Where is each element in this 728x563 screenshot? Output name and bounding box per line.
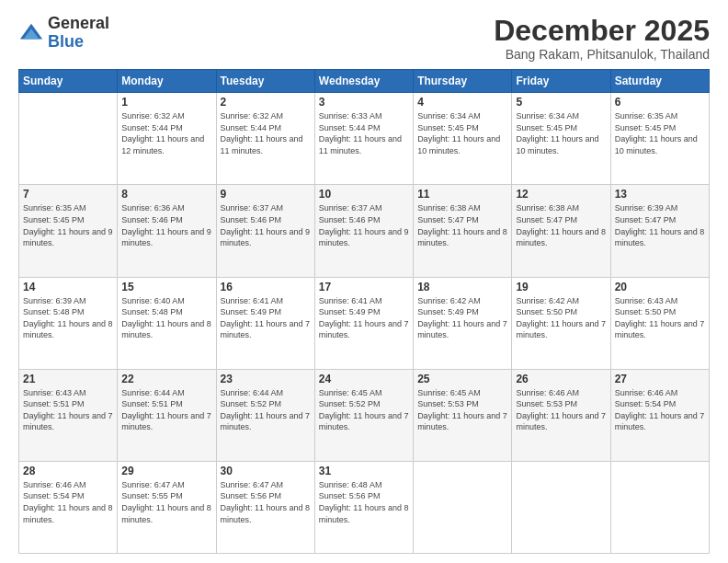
weekday-header-row: SundayMondayTuesdayWednesdayThursdayFrid… (19, 70, 710, 93)
day-number: 25 (417, 373, 507, 385)
day-info: Sunrise: 6:42 AMSunset: 5:50 PMDaylight:… (516, 295, 606, 341)
day-info: Sunrise: 6:43 AMSunset: 5:50 PMDaylight:… (615, 295, 705, 341)
day-info: Sunrise: 6:41 AMSunset: 5:49 PMDaylight:… (221, 295, 311, 341)
day-number: 14 (23, 281, 113, 293)
day-info: Sunrise: 6:32 AMSunset: 5:44 PMDaylight:… (121, 110, 211, 156)
calendar-week-3: 21Sunrise: 6:43 AMSunset: 5:51 PMDayligh… (19, 369, 710, 461)
day-number: 29 (121, 465, 211, 477)
day-number: 6 (615, 96, 705, 109)
day-info: Sunrise: 6:38 AMSunset: 5:47 PMDaylight:… (516, 202, 606, 248)
calendar-table: SundayMondayTuesdayWednesdayThursdayFrid… (18, 69, 710, 554)
day-info: Sunrise: 6:42 AMSunset: 5:49 PMDaylight:… (417, 295, 507, 341)
calendar-cell (610, 461, 709, 553)
day-number: 11 (417, 188, 507, 201)
day-number: 2 (221, 96, 311, 109)
day-info: Sunrise: 6:33 AMSunset: 5:44 PMDaylight:… (319, 110, 409, 156)
day-info: Sunrise: 6:39 AMSunset: 5:48 PMDaylight:… (23, 295, 113, 341)
day-info: Sunrise: 6:34 AMSunset: 5:45 PMDaylight:… (417, 110, 507, 156)
day-number: 10 (319, 188, 409, 201)
calendar-cell: 8Sunrise: 6:36 AMSunset: 5:46 PMDaylight… (118, 185, 216, 277)
day-number: 1 (121, 96, 211, 109)
calendar-cell: 7Sunrise: 6:35 AMSunset: 5:45 PMDaylight… (19, 185, 118, 277)
day-number: 13 (615, 188, 705, 201)
day-number: 30 (221, 465, 311, 477)
logo-icon (18, 20, 44, 46)
calendar-cell: 21Sunrise: 6:43 AMSunset: 5:51 PMDayligh… (19, 369, 118, 461)
day-number: 15 (121, 281, 211, 293)
weekday-header-sunday: Sunday (19, 70, 118, 93)
day-number: 24 (319, 373, 409, 385)
day-number: 31 (319, 465, 409, 477)
weekday-header-monday: Monday (118, 70, 216, 93)
day-info: Sunrise: 6:45 AMSunset: 5:52 PMDaylight:… (319, 387, 409, 433)
calendar-header: SundayMondayTuesdayWednesdayThursdayFrid… (19, 70, 710, 93)
day-number: 5 (516, 96, 606, 109)
calendar-page: General Blue December 2025 Bang Rakam, P… (0, 0, 728, 563)
calendar-cell: 22Sunrise: 6:44 AMSunset: 5:51 PMDayligh… (118, 369, 216, 461)
title-block: December 2025 Bang Rakam, Phitsanulok, T… (494, 15, 710, 62)
day-info: Sunrise: 6:40 AMSunset: 5:48 PMDaylight:… (121, 295, 211, 341)
weekday-header-thursday: Thursday (414, 70, 512, 93)
calendar-cell: 28Sunrise: 6:46 AMSunset: 5:54 PMDayligh… (19, 461, 118, 553)
day-info: Sunrise: 6:47 AMSunset: 5:56 PMDaylight:… (221, 479, 311, 525)
day-number: 4 (417, 96, 507, 109)
day-info: Sunrise: 6:37 AMSunset: 5:46 PMDaylight:… (221, 202, 311, 248)
calendar-week-4: 28Sunrise: 6:46 AMSunset: 5:54 PMDayligh… (19, 461, 710, 553)
day-number: 9 (221, 188, 311, 201)
day-info: Sunrise: 6:44 AMSunset: 5:51 PMDaylight:… (121, 387, 211, 433)
calendar-cell: 13Sunrise: 6:39 AMSunset: 5:47 PMDayligh… (610, 185, 709, 277)
weekday-header-tuesday: Tuesday (216, 70, 314, 93)
weekday-header-saturday: Saturday (610, 70, 709, 93)
calendar-cell: 3Sunrise: 6:33 AMSunset: 5:44 PMDaylight… (314, 93, 413, 185)
calendar-cell: 14Sunrise: 6:39 AMSunset: 5:48 PMDayligh… (19, 277, 118, 369)
day-number: 20 (615, 281, 705, 293)
calendar-cell: 4Sunrise: 6:34 AMSunset: 5:45 PMDaylight… (414, 93, 512, 185)
day-number: 3 (319, 96, 409, 109)
day-info: Sunrise: 6:43 AMSunset: 5:51 PMDaylight:… (23, 387, 113, 433)
day-number: 21 (23, 373, 113, 385)
calendar-cell: 5Sunrise: 6:34 AMSunset: 5:45 PMDaylight… (512, 93, 610, 185)
day-number: 27 (615, 373, 705, 385)
logo-text: General Blue (48, 15, 109, 52)
location: Bang Rakam, Phitsanulok, Thailand (494, 47, 710, 62)
day-info: Sunrise: 6:41 AMSunset: 5:49 PMDaylight:… (319, 295, 409, 341)
calendar-week-1: 7Sunrise: 6:35 AMSunset: 5:45 PMDaylight… (19, 185, 710, 277)
calendar-cell: 15Sunrise: 6:40 AMSunset: 5:48 PMDayligh… (118, 277, 216, 369)
calendar-cell: 24Sunrise: 6:45 AMSunset: 5:52 PMDayligh… (314, 369, 413, 461)
day-info: Sunrise: 6:34 AMSunset: 5:45 PMDaylight:… (516, 110, 606, 156)
calendar-cell (19, 93, 118, 185)
logo-general: General (48, 14, 109, 32)
calendar-cell (512, 461, 610, 553)
calendar-cell: 1Sunrise: 6:32 AMSunset: 5:44 PMDaylight… (118, 93, 216, 185)
day-number: 26 (516, 373, 606, 385)
calendar-cell: 25Sunrise: 6:45 AMSunset: 5:53 PMDayligh… (414, 369, 512, 461)
calendar-cell: 23Sunrise: 6:44 AMSunset: 5:52 PMDayligh… (216, 369, 314, 461)
calendar-cell (414, 461, 512, 553)
calendar-cell: 9Sunrise: 6:37 AMSunset: 5:46 PMDaylight… (216, 185, 314, 277)
calendar-cell: 18Sunrise: 6:42 AMSunset: 5:49 PMDayligh… (414, 277, 512, 369)
day-info: Sunrise: 6:35 AMSunset: 5:45 PMDaylight:… (615, 110, 705, 156)
calendar-week-0: 1Sunrise: 6:32 AMSunset: 5:44 PMDaylight… (19, 93, 710, 185)
weekday-header-wednesday: Wednesday (314, 70, 413, 93)
calendar-cell: 29Sunrise: 6:47 AMSunset: 5:55 PMDayligh… (118, 461, 216, 553)
day-info: Sunrise: 6:48 AMSunset: 5:56 PMDaylight:… (319, 479, 409, 525)
day-number: 28 (23, 465, 113, 477)
calendar-cell: 11Sunrise: 6:38 AMSunset: 5:47 PMDayligh… (414, 185, 512, 277)
calendar-cell: 27Sunrise: 6:46 AMSunset: 5:54 PMDayligh… (610, 369, 709, 461)
day-number: 23 (221, 373, 311, 385)
day-number: 19 (516, 281, 606, 293)
day-info: Sunrise: 6:47 AMSunset: 5:55 PMDaylight:… (121, 479, 211, 525)
month-title: December 2025 (494, 15, 710, 47)
day-info: Sunrise: 6:45 AMSunset: 5:53 PMDaylight:… (417, 387, 507, 433)
day-info: Sunrise: 6:39 AMSunset: 5:47 PMDaylight:… (615, 202, 705, 248)
day-info: Sunrise: 6:36 AMSunset: 5:46 PMDaylight:… (121, 202, 211, 248)
day-info: Sunrise: 6:32 AMSunset: 5:44 PMDaylight:… (221, 110, 311, 156)
calendar-cell: 16Sunrise: 6:41 AMSunset: 5:49 PMDayligh… (216, 277, 314, 369)
logo: General Blue (18, 15, 109, 52)
weekday-header-friday: Friday (512, 70, 610, 93)
day-number: 7 (23, 188, 113, 201)
calendar-cell: 2Sunrise: 6:32 AMSunset: 5:44 PMDaylight… (216, 93, 314, 185)
calendar-cell: 31Sunrise: 6:48 AMSunset: 5:56 PMDayligh… (314, 461, 413, 553)
day-number: 22 (121, 373, 211, 385)
logo-blue: Blue (48, 32, 84, 51)
